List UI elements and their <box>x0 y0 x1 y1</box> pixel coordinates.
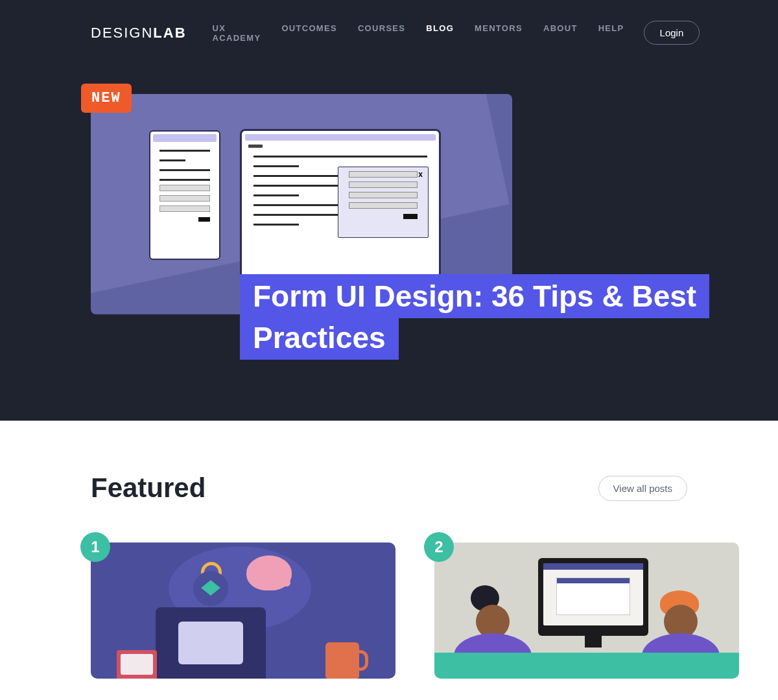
mock-desktop-icon: x <box>240 129 441 282</box>
top-nav: DESIGNLAB UX ACADEMY OUTCOMES COURSES BL… <box>0 0 778 45</box>
person-left-icon <box>454 594 532 679</box>
rank-badge-1: 1 <box>80 532 110 562</box>
close-x-icon: x <box>418 170 423 179</box>
brand-light: DESIGN <box>91 25 153 41</box>
brand-bold: LAB <box>153 25 186 41</box>
featured-section: Featured View all posts 1 2 <box>0 421 778 679</box>
nav-ux-academy[interactable]: UX ACADEMY <box>213 23 261 43</box>
nav-courses[interactable]: COURSES <box>358 23 405 43</box>
person-right-icon <box>642 594 720 679</box>
nav-outcomes[interactable]: OUTCOMES <box>281 23 337 43</box>
hero-article-link[interactable]: x NEW Form UI Design: 36 Tips & Best Pra… <box>91 84 700 382</box>
rank-badge-2: 2 <box>424 532 454 562</box>
nav-help[interactable]: HELP <box>598 23 624 43</box>
featured-card-1-wrap: 1 <box>91 542 395 679</box>
piggybank-icon <box>246 555 292 590</box>
mug-icon <box>325 642 359 679</box>
graduation-cap-icon <box>193 571 228 606</box>
featured-card-1[interactable] <box>91 542 395 679</box>
featured-header: Featured View all posts <box>91 472 687 504</box>
nav-mentors[interactable]: MENTORS <box>475 23 523 43</box>
view-all-button[interactable]: View all posts <box>598 476 687 501</box>
monitor-icon <box>538 558 648 636</box>
brand-logo[interactable]: DESIGNLAB <box>91 25 187 41</box>
nav-links: UX ACADEMY OUTCOMES COURSES BLOG MENTORS… <box>213 23 624 43</box>
hero-section: DESIGNLAB UX ACADEMY OUTCOMES COURSES BL… <box>0 0 778 421</box>
mock-modal-icon: x <box>338 167 429 238</box>
featured-cards: 1 2 <box>91 542 687 679</box>
nav-blog[interactable]: BLOG <box>426 23 454 43</box>
hero-title-text: Form UI Design: 36 Tips & Best Practices <box>240 274 709 360</box>
laptop-icon <box>156 607 266 679</box>
mock-mobile-icon <box>149 130 220 260</box>
featured-card-2-wrap: 2 <box>434 542 739 679</box>
monitor-screen-icon <box>543 563 643 625</box>
featured-card-2[interactable] <box>434 542 739 679</box>
book-icon <box>117 650 157 679</box>
login-button[interactable]: Login <box>644 21 700 45</box>
new-badge: NEW <box>81 84 132 113</box>
featured-heading: Featured <box>91 472 206 504</box>
hero-title: Form UI Design: 36 Tips & Best Practices <box>240 275 713 359</box>
nav-about[interactable]: ABOUT <box>543 23 578 43</box>
